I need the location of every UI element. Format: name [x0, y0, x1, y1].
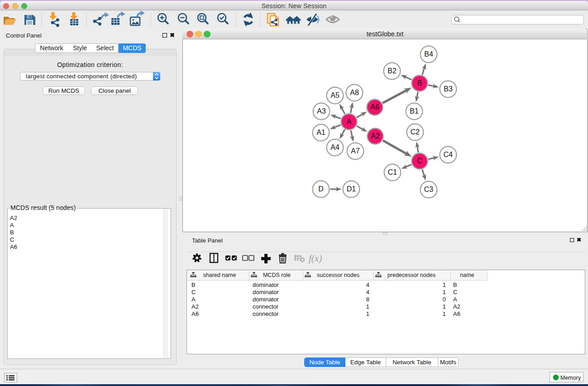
svg-text:B2: B2 — [387, 67, 397, 75]
svg-text:B4: B4 — [424, 50, 433, 58]
svg-text:C4: C4 — [444, 151, 453, 158]
svg-text:A7: A7 — [351, 147, 360, 155]
svg-text:A1: A1 — [316, 129, 325, 136]
svg-text:D1: D1 — [347, 185, 356, 193]
svg-text:A5: A5 — [330, 91, 339, 99]
svg-text:C2: C2 — [411, 128, 420, 136]
svg-text:A6: A6 — [370, 103, 379, 111]
svg-text:B3: B3 — [444, 85, 453, 93]
svg-text:A2: A2 — [371, 132, 380, 140]
svg-text:B1: B1 — [410, 107, 419, 115]
svg-text:C1: C1 — [388, 168, 397, 176]
svg-text:A: A — [347, 118, 352, 125]
svg-text:f(x): f(x) — [309, 253, 322, 264]
svg-text:C: C — [417, 157, 422, 165]
svg-text:A4: A4 — [330, 143, 339, 151]
svg-text:D: D — [318, 185, 324, 193]
svg-text:A3: A3 — [317, 107, 326, 115]
svg-text:B: B — [417, 79, 422, 87]
svg-text:C3: C3 — [424, 186, 434, 193]
svg-text:A8: A8 — [350, 89, 359, 96]
